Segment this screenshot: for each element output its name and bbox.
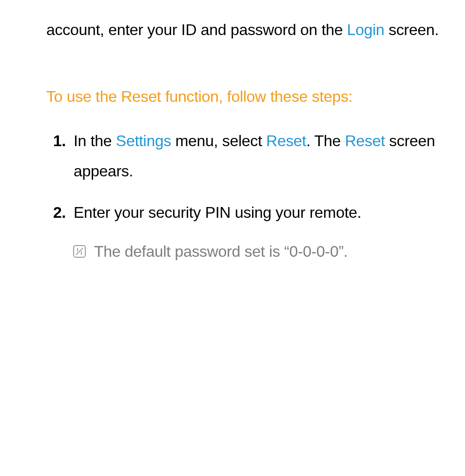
note-icon: [72, 244, 87, 259]
step2-text: Enter your security PIN using your remot…: [74, 204, 361, 221]
settings-link-text: Settings: [116, 132, 171, 150]
intro-suffix: screen.: [385, 21, 439, 38]
note-text: The default password set is “0-0-0-0”.: [94, 243, 348, 260]
svg-line-1: [76, 248, 83, 255]
step1-mid2: . The: [306, 132, 345, 150]
step1-prefix: In the: [74, 132, 116, 150]
intro-paragraph: account, enter your ID and password on t…: [46, 15, 441, 45]
note-block: The default password set is “0-0-0-0”.: [74, 236, 441, 267]
section-heading: To use the Reset function, follow these …: [46, 81, 441, 112]
step1-mid1: menu, select: [171, 132, 266, 150]
intro-prefix: account, enter your ID and password on t…: [46, 21, 347, 38]
steps-list: In the Settings menu, select Reset. The …: [46, 126, 441, 267]
reset-link-text-2: Reset: [345, 132, 385, 150]
login-link-text: Login: [347, 21, 385, 38]
reset-link-text-1: Reset: [266, 132, 306, 150]
step-2: Enter your security PIN using your remot…: [53, 197, 441, 267]
step-1: In the Settings menu, select Reset. The …: [53, 126, 441, 187]
